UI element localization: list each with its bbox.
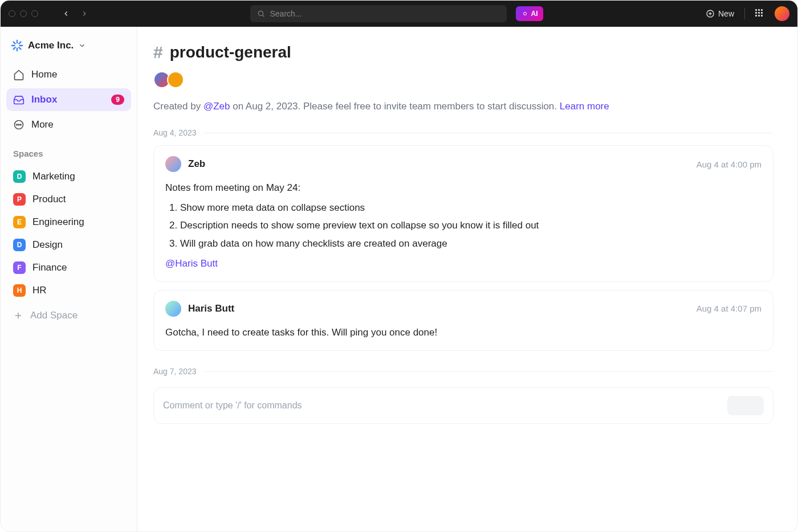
new-button[interactable]: New xyxy=(706,9,734,18)
date-divider: Aug 7, 2023 xyxy=(153,367,773,376)
sidebar-item-more[interactable]: More xyxy=(6,113,131,136)
space-badge: F xyxy=(13,261,26,274)
space-label: Marketing xyxy=(32,171,75,182)
close-window-dot[interactable] xyxy=(9,10,15,17)
space-item[interactable]: PProduct xyxy=(6,188,131,211)
divider xyxy=(744,8,745,19)
svg-point-0 xyxy=(259,11,263,15)
message-card: Haris Butt Aug 4 at 4:07 pm Gotcha, I ne… xyxy=(153,290,773,351)
add-space-label: Add Space xyxy=(30,310,78,321)
comment-input[interactable] xyxy=(163,400,720,411)
nav-label: Inbox xyxy=(31,94,57,105)
chevron-down-icon xyxy=(78,42,86,50)
channel-name: product-general xyxy=(170,43,291,62)
ai-label: AI xyxy=(531,10,538,18)
message-author: Zeb xyxy=(188,158,205,170)
list-item: Description needs to show some preview t… xyxy=(180,218,762,233)
date-label: Aug 4, 2023 xyxy=(153,128,197,137)
hash-icon: # xyxy=(153,43,163,62)
minimize-window-dot[interactable] xyxy=(20,10,27,17)
search-input[interactable]: Search... xyxy=(250,5,507,22)
window-controls xyxy=(9,10,38,17)
space-badge: P xyxy=(13,193,26,206)
learn-more-link[interactable]: Learn more xyxy=(560,101,609,112)
inbox-badge: 9 xyxy=(111,95,124,105)
space-badge: D xyxy=(13,170,26,183)
message-card: Zeb Aug 4 at 4:00 pm Notes from meeting … xyxy=(153,145,773,282)
nav-label: Home xyxy=(31,69,57,80)
spaces-heading: Spaces xyxy=(6,138,131,163)
space-label: Finance xyxy=(32,262,67,273)
back-icon[interactable] xyxy=(62,10,70,18)
add-space-button[interactable]: Add Space xyxy=(6,304,131,327)
message-avatar[interactable] xyxy=(165,301,181,317)
svg-line-1 xyxy=(263,15,264,17)
message-time: Aug 4 at 4:00 pm xyxy=(697,159,762,169)
svg-line-13 xyxy=(19,42,21,44)
svg-point-15 xyxy=(17,124,18,125)
space-badge: H xyxy=(13,284,26,297)
plus-icon xyxy=(13,310,23,321)
ai-button[interactable]: AI xyxy=(516,6,543,21)
svg-line-12 xyxy=(14,47,15,49)
space-label: Design xyxy=(32,239,63,251)
search-placeholder: Search... xyxy=(270,9,302,18)
forward-icon[interactable] xyxy=(80,10,88,18)
space-label: Engineering xyxy=(32,216,84,228)
message-text: Notes from meeting on May 24: xyxy=(165,180,762,195)
new-label: New xyxy=(718,9,734,18)
space-item[interactable]: HHR xyxy=(6,279,131,302)
svg-line-10 xyxy=(14,42,15,44)
message-avatar[interactable] xyxy=(165,156,181,172)
nav-label: More xyxy=(31,119,54,130)
user-avatar[interactable] xyxy=(775,6,789,21)
space-item[interactable]: DDesign xyxy=(6,234,131,256)
message-time: Aug 4 at 4:07 pm xyxy=(697,304,762,313)
sidebar: Acme Inc. Home Inbox 9 More xyxy=(1,27,137,531)
maximize-window-dot[interactable] xyxy=(31,10,38,17)
home-icon xyxy=(13,69,25,80)
list-item: Show more meta data on collapse sections xyxy=(180,200,762,215)
apps-icon[interactable] xyxy=(755,9,764,18)
sparkle-icon xyxy=(522,10,528,17)
workspace-switcher[interactable]: Acme Inc. xyxy=(6,35,131,61)
space-badge: D xyxy=(13,239,26,251)
inbox-icon xyxy=(13,94,25,105)
svg-point-2 xyxy=(524,13,527,15)
space-item[interactable]: EEngineering xyxy=(6,211,131,234)
workspace-logo-icon xyxy=(11,39,23,52)
date-label: Aug 7, 2023 xyxy=(153,367,197,376)
more-icon xyxy=(13,119,25,130)
space-badge: E xyxy=(13,216,26,228)
creator-mention[interactable]: @Zeb xyxy=(203,101,230,112)
space-item[interactable]: DMarketing xyxy=(6,165,131,188)
channel-description: Created by @Zeb on Aug 2, 2023. Please f… xyxy=(153,101,773,112)
main-content: # product-general Created by @Zeb on Aug… xyxy=(137,27,797,531)
message-text: Gotcha, I need to create tasks for this.… xyxy=(165,325,762,340)
user-mention[interactable]: @Haris Butt xyxy=(165,258,218,269)
member-avatar[interactable] xyxy=(167,71,184,88)
date-divider: Aug 4, 2023 xyxy=(153,128,773,137)
space-label: HR xyxy=(32,285,47,296)
space-item[interactable]: FFinance xyxy=(6,256,131,279)
comment-composer[interactable] xyxy=(153,387,773,424)
svg-point-17 xyxy=(21,124,22,125)
channel-members[interactable] xyxy=(153,71,773,88)
search-icon xyxy=(257,10,265,18)
message-author: Haris Butt xyxy=(188,303,234,314)
sidebar-item-inbox[interactable]: Inbox 9 xyxy=(6,88,131,111)
list-item: Will grab data on how many checklists ar… xyxy=(180,236,762,251)
svg-point-16 xyxy=(18,124,19,125)
svg-line-11 xyxy=(19,47,21,49)
topbar: Search... AI New xyxy=(1,1,797,27)
workspace-name: Acme Inc. xyxy=(28,40,74,51)
space-label: Product xyxy=(32,194,66,205)
plus-circle-icon xyxy=(706,9,715,18)
channel-header: # product-general xyxy=(153,43,773,62)
send-button[interactable] xyxy=(727,396,764,415)
sidebar-item-home[interactable]: Home xyxy=(6,63,131,86)
